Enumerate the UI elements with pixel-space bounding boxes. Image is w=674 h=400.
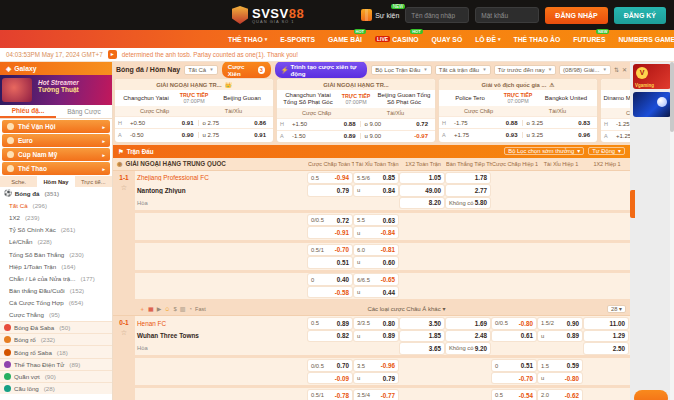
odds-cell[interactable]: 5.50.63 — [354, 215, 398, 226]
sport-item[interactable]: Bóng rổ Saba(18) — [0, 345, 112, 357]
odds-cell[interactable]: 0.5/1-0.78 — [308, 390, 352, 400]
bet-type-item[interactable]: Cược Thẳng(95) — [0, 309, 112, 321]
odds-cell[interactable]: 3.65 — [400, 343, 444, 354]
odds-cell[interactable]: 0.5-0.54 — [492, 390, 536, 400]
odds-cell[interactable]: 3/3.50.80 — [354, 318, 398, 329]
sports-promo-banner[interactable] — [633, 92, 671, 117]
nav-item-1[interactable]: THỂ THAO▾ — [228, 36, 267, 43]
league-name[interactable]: ◉ GIẢI NGOẠI HẠNG TRUNG QUỐC — [113, 160, 308, 167]
bet-type-item[interactable]: ⚽Bóng đá(351) — [0, 187, 112, 199]
odds-cell[interactable]: 2.0-0.62 — [538, 390, 582, 400]
totals-odds-cell[interactable]: o 2.750.86 — [198, 120, 271, 126]
odds-cell[interactable]: -0.09 — [308, 373, 352, 384]
support-fab-button[interactable] — [634, 390, 668, 400]
odds-cell[interactable]: 1.29 — [584, 331, 628, 342]
totals-odds-cell[interactable]: u 3.250.96 — [522, 132, 595, 138]
odds-cell[interactable]: -0.91 — [308, 227, 352, 238]
odds-cell[interactable]: u-0.84 — [354, 227, 398, 238]
streamer-banner[interactable]: Hot Streamer Tường Thuật — [0, 75, 112, 105]
nav-item-8[interactable]: FUTURESNEW — [573, 36, 605, 43]
match-filter-select-3[interactable]: Từ trước đến nay▼ — [494, 65, 556, 75]
bet-type-item[interactable]: Tỷ Số Chính Xác(261) — [0, 224, 112, 236]
page-scrollbar[interactable] — [670, 62, 674, 400]
bet-type-item[interactable]: Chẵn / Lẻ của Nửa trậ...(177) — [0, 272, 112, 284]
handicap-odds-cell[interactable]: -1.750.88 — [450, 120, 522, 126]
odds-cell[interactable]: 0.79 — [308, 185, 352, 196]
sidebar-subtab-2[interactable]: Hôm Nay — [37, 176, 74, 187]
nav-item-3[interactable]: GAME BÀIHOT — [328, 36, 362, 43]
match-tool-icon[interactable]: ＋ — [139, 306, 145, 312]
sport-item[interactable]: Bóng rổ(232) — [0, 333, 112, 345]
handicap-odds-cell[interactable]: -1.250.91 — [612, 121, 630, 127]
odds-cell[interactable]: 2.48 — [446, 331, 490, 342]
odds-cell[interactable]: 00.40 — [308, 274, 352, 285]
match-filter-select-1[interactable]: Bộ Lọc Trận Đấu▼ — [371, 65, 432, 75]
password-input[interactable] — [475, 7, 539, 23]
odds-cell[interactable]: 0.50.89 — [308, 318, 352, 329]
sidebar-subtab-1[interactable]: Sche. — [0, 176, 37, 187]
sidebar-accordion-3[interactable]: Cúp Nam Mỹ▸ — [2, 148, 110, 161]
login-button[interactable]: ĐĂNG NHẬP — [545, 7, 607, 24]
totals-odds-cell[interactable]: u 9.00-0.97 — [360, 133, 433, 139]
handicap-odds-cell[interactable]: +1.250.86 — [612, 133, 630, 139]
totals-odds-cell[interactable]: o 3.250.83 — [522, 120, 595, 126]
odds-cell[interactable]: 1.85 — [400, 331, 444, 342]
bet-type-item[interactable]: Cá Cược Tổng Hợp(654) — [0, 297, 112, 309]
handicap-odds-cell[interactable]: -1.500.89 — [288, 133, 360, 139]
match-filter-select-4[interactable]: (08/98) Giải...▼ — [559, 65, 611, 75]
odds-cell[interactable]: 1.78 — [446, 173, 490, 184]
username-input[interactable] — [405, 7, 469, 23]
handicap-odds-cell[interactable]: -0.500.90 — [126, 132, 198, 138]
odds-cell[interactable]: 0.5-0.94 — [308, 173, 352, 184]
brand-logo[interactable]: SVSV88SV88 QUẢN GIA SỐ 1 — [232, 6, 304, 24]
sort-icon[interactable]: ⇅ — [614, 66, 619, 73]
bet-type-item[interactable]: Tất Cả(296) — [0, 199, 112, 211]
odds-cell[interactable]: 3.5-0.96 — [354, 360, 398, 371]
odds-cell[interactable]: 6/6.5-0.65 — [354, 274, 398, 285]
league-bar-tab[interactable]: ⚑ Trận Đấu — [118, 148, 154, 155]
nav-item-9[interactable]: NUMBERS GAME — [618, 36, 674, 43]
odds-cell[interactable]: 0.5/1-0.70 — [308, 245, 352, 256]
sport-item[interactable]: Quần vợt(90) — [0, 370, 112, 382]
match-tool-icon[interactable]: $ — [173, 306, 176, 312]
bet-type-item[interactable]: Hiệp 1/Toàn Trận(164) — [0, 260, 112, 272]
sidebar-tab-2[interactable]: Bảng Cược — [56, 105, 112, 118]
favorite-star-icon[interactable]: ☆ — [113, 184, 135, 192]
odds-cell[interactable]: 1.69 — [446, 318, 490, 329]
events-link[interactable]: Sự kiện NEW — [361, 9, 399, 21]
handicap-odds-cell[interactable]: +1.750.93 — [450, 132, 522, 138]
match-tool-icon[interactable]: ▶ — [157, 306, 162, 312]
nav-item-5[interactable]: QUAY SỐ — [432, 36, 463, 43]
odds-cell[interactable]: 0.82 — [308, 331, 352, 342]
sidebar-header[interactable]: ◈ Galaxy — [0, 62, 112, 75]
bet-type-item[interactable]: Bàn thắng Đầu/Cuối(152) — [0, 285, 112, 297]
bet-type-item[interactable]: 1X2(239) — [0, 211, 112, 223]
sidebar-subtab-3[interactable]: Trực tiế... — [75, 176, 112, 187]
odds-cell[interactable]: -0.70 — [492, 373, 536, 384]
odds-cell[interactable]: 0.51 — [308, 257, 352, 268]
casino-promo-banner[interactable]: V Vgaming — [633, 64, 671, 89]
match-tool-icon[interactable]: ▥ — [180, 306, 186, 312]
sport-select[interactable]: Tất Cả ▼ — [184, 65, 217, 75]
odds-cell[interactable]: u0.84 — [354, 185, 398, 196]
sidebar-tab-1[interactable]: Phiếu đặ... — [0, 105, 56, 118]
odds-cell[interactable]: u0.79 — [354, 373, 398, 384]
odds-type-select[interactable]: Tự Động ▾ — [588, 147, 625, 155]
handicap-odds-cell[interactable]: +0.500.91 — [126, 120, 198, 126]
sport-item[interactable]: Cầu lông(28) — [0, 382, 112, 394]
favorite-star-icon[interactable]: ☆ — [113, 329, 135, 337]
nav-item-7[interactable]: THỂ THAO ẢO — [513, 36, 560, 43]
odds-cell[interactable]: 1.5/20.90 — [538, 318, 582, 329]
more-asian-bets-link[interactable]: Các loại cược Châu Á khác ▾ — [367, 305, 445, 312]
parlay-button[interactable]: Cược Xiên 3 — [222, 62, 271, 78]
odds-cell[interactable]: 5.5/60.85 — [354, 173, 398, 184]
handicap-odds-cell[interactable]: +1.500.88 — [288, 121, 360, 127]
odds-cell[interactable]: u0.44 — [354, 287, 398, 298]
odds-cell[interactable]: 49.00 — [400, 185, 444, 196]
totals-odds-cell[interactable]: u 2.750.91 — [198, 132, 271, 138]
odds-cell[interactable]: 3.50 — [400, 318, 444, 329]
odds-cell[interactable]: 2.50 — [584, 343, 628, 354]
sidebar-accordion-4[interactable]: Thể Thao▸ — [2, 162, 110, 175]
odds-cell[interactable]: 6.0-0.81 — [354, 245, 398, 256]
sport-item[interactable]: Bóng Đá Saba(50) — [0, 321, 112, 333]
